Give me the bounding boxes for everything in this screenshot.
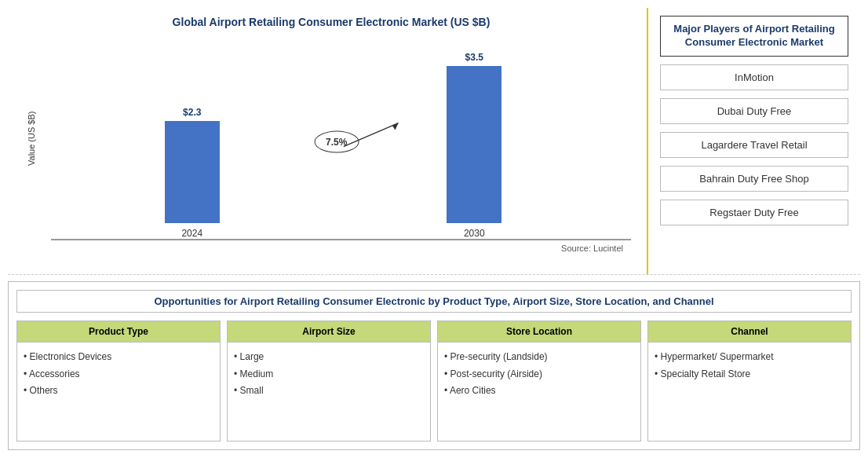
list-item: Aero Cities [444, 383, 634, 400]
chart-area: Global Airport Retailing Consumer Electr… [8, 8, 648, 274]
column-content-product-type: Electronics Devices Accessories Others [17, 343, 220, 406]
top-section: Global Airport Retailing Consumer Electr… [8, 8, 860, 275]
right-panel-title: Major Players of Airport Retailing Consu… [660, 16, 848, 57]
list-item: Specialty Retail Store [655, 366, 844, 383]
list-item: Accessories [24, 366, 213, 383]
bar-value-2030: $3.5 [465, 52, 483, 63]
list-item: Others [24, 383, 213, 400]
bottom-columns: Product Type Electronics Devices Accesso… [16, 321, 852, 442]
chart-inner: Value (US $B) $2.3 2024 7.5% [24, 36, 639, 240]
column-header-product-type: Product Type [17, 321, 220, 343]
y-axis-label: Value (US $B) [24, 36, 39, 240]
x-axis-line [51, 239, 631, 240]
bar-group-2030: $3.5 2030 [334, 52, 616, 239]
bottom-section-title: Opportunities for Airport Retailing Cons… [16, 290, 852, 313]
column-header-airport-size: Airport Size [228, 321, 430, 343]
player-item-lagardere: Lagardere Travel Retail [660, 132, 848, 158]
column-store-location: Store Location Pre-security (Landside) P… [437, 321, 641, 442]
list-item: Medium [234, 366, 424, 383]
bar-2024 [165, 121, 220, 223]
column-header-channel: Channel [648, 321, 851, 343]
list-item: Small [234, 383, 424, 400]
column-header-store-location: Store Location [438, 321, 640, 343]
player-item-bahrain: Bahrain Duty Free Shop [660, 166, 848, 192]
list-item: Post-security (Airside) [444, 366, 634, 383]
bar-2030 [447, 66, 501, 223]
column-product-type: Product Type Electronics Devices Accesso… [16, 321, 221, 442]
player-item-inmotion: InMotion [660, 64, 848, 90]
bottom-section: Opportunities for Airport Retailing Cons… [8, 281, 860, 450]
list-item: Electronics Devices [24, 349, 213, 366]
column-channel: Channel Hypermarket/ Supermarket Special… [647, 321, 852, 442]
right-panel: Major Players of Airport Retailing Consu… [648, 8, 860, 274]
column-content-channel: Hypermarket/ Supermarket Specialty Retai… [648, 343, 851, 389]
player-item-dubai: Dubai Duty Free [660, 98, 848, 124]
bar-group-2024: $2.3 2024 [51, 107, 334, 239]
chart-plot: $2.3 2024 7.5% [43, 36, 639, 240]
bar-label-2024: 2024 [181, 228, 202, 239]
list-item: Pre-security (Landside) [444, 349, 634, 366]
list-item: Large [234, 349, 424, 366]
bar-label-2030: 2030 [464, 228, 485, 239]
source-text: Source: Lucintel [24, 244, 639, 253]
bar-value-2024: $2.3 [183, 107, 201, 118]
bars-container: $2.3 2024 7.5% [43, 36, 639, 239]
column-content-airport-size: Large Medium Small [228, 343, 430, 406]
main-container: Global Airport Retailing Consumer Electr… [0, 0, 868, 458]
chart-title: Global Airport Retailing Consumer Electr… [173, 16, 491, 28]
list-item: Hypermarket/ Supermarket [655, 349, 844, 366]
player-item-regstaer: Regstaer Duty Free [660, 200, 848, 225]
column-airport-size: Airport Size Large Medium Small [227, 321, 431, 442]
column-content-store-location: Pre-security (Landside) Post-security (A… [438, 343, 640, 406]
